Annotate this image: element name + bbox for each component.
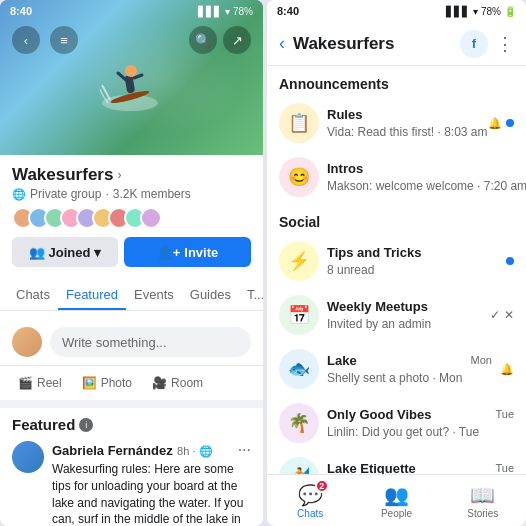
battery-left: 78% [233,6,253,17]
write-something-row: Write something... [0,319,263,366]
menu-button[interactable]: ≡ [50,26,78,54]
chats-nav-icon: 💬 2 [298,483,323,507]
chats-badge: 2 [315,479,329,493]
reel-button[interactable]: 🎬 Reel [8,370,72,396]
joined-button[interactable]: 👥 Joined ▾ [12,237,118,267]
tab-featured[interactable]: Featured [58,281,126,311]
chats-nav-label: Chats [297,508,323,519]
status-bar-right: 8:40 ▋▋▋ ▾ 78% 🔋 [267,0,526,22]
wifi-icon-right: ▾ [473,6,478,17]
stories-nav-icon: 📖 [470,483,495,507]
member-avatar [140,207,162,229]
battery-icon-right: 🔋 [504,6,516,17]
share-button[interactable]: ↗ [223,26,251,54]
list-item[interactable]: 🌴 Only Good Vibes Tue Linlin: Did you ge… [267,396,526,450]
tab-chats[interactable]: Chats [8,281,58,311]
right-panel: 8:40 ▋▋▋ ▾ 78% 🔋 ‹ Wakesurfers f ⋮ Annou… [267,0,526,526]
tab-more[interactable]: T... [239,281,263,311]
people-nav-label: People [381,508,412,519]
tabs-row: Chats Featured Events Guides T... [0,281,263,311]
chat-preview-lake: Shelly sent a photo · Mon [327,371,462,385]
chat-body-rules: Rules Vida: Read this first! · 8:03 am [327,107,480,140]
tab-events[interactable]: Events [126,281,182,311]
chat-avatar-vibes: 🌴 [279,403,319,443]
featured-section: Featured i Gabriela Fernández 8h · 🌐 ···… [0,408,263,526]
invite-label: Invite [184,245,218,260]
chat-title-row: Lake Etiquette Tue [327,461,514,475]
list-item[interactable]: 📅 Weekly Meetups Invited by an admin ✓ ✕ [267,288,526,342]
member-avatars [12,207,156,229]
chat-name-lake: Lake [327,353,357,368]
featured-author-avatar [12,441,44,473]
globe-icon: 🌐 [12,188,26,201]
chat-preview-weekly: Invited by an admin [327,317,431,331]
chat-name-etiquette: Lake Etiquette [327,461,416,475]
chat-body-vibes: Only Good Vibes Tue Linlin: Did you get … [327,407,514,440]
featured-more-button[interactable]: ··· [238,441,251,459]
chat-body-etiquette: Lake Etiquette Tue Dave: Someone smashed… [327,461,514,475]
invite-button[interactable]: 👤+ Invite [124,237,251,267]
bottom-nav-people[interactable]: 👥 People [353,483,439,519]
chat-name-weekly: Weekly Meetups [327,299,428,314]
chat-badge-tips [506,257,514,265]
group-info: Wakesurfers › 🌐 Private group · 3.2K mem… [0,155,263,281]
chat-badge-weekly: ✓ ✕ [490,308,514,322]
photo-button[interactable]: 🖼️ Photo [72,370,142,396]
user-avatar [12,327,42,357]
chat-badge-rules: 🔔 [488,117,514,130]
room-icon: 🎥 [152,376,167,390]
list-item[interactable]: ⚡ Tips and Tricks 8 unread [267,234,526,288]
signal-icon: ▋▋▋ [198,6,222,17]
members-count: 3.2K members [113,187,191,201]
unread-dot [506,257,514,265]
chat-title-row: Intros [327,161,514,176]
svg-point-3 [125,65,137,77]
back-button-right[interactable]: ‹ [279,33,285,54]
chat-preview-rules: Vida: Read this first! · 8:03 am [327,125,488,139]
info-icon[interactable]: i [79,418,93,432]
mute-icon: 🔔 [500,363,514,376]
chat-avatar-intros: 😊 [279,157,319,197]
nav-bar-left: ‹ ≡ 🔍 ↗ [0,22,263,58]
chat-title-row: Rules [327,107,480,122]
featured-card-header: Gabriela Fernández 8h · 🌐 ··· [52,441,251,459]
mute-icon: 🔔 [488,117,502,130]
search-button[interactable]: 🔍 [189,26,217,54]
status-icons-right: ▋▋▋ ▾ 78% 🔋 [446,6,516,17]
list-item[interactable]: 🏄 Lake Etiquette Tue Dave: Someone smash… [267,450,526,474]
chat-name-rules: Rules [327,107,362,122]
group-title: Wakesurfers [12,165,113,185]
list-item[interactable]: 📋 Rules Vida: Read this first! · 8:03 am… [267,96,526,150]
nav-bar-right: ‹ Wakesurfers f ⋮ [267,22,526,66]
featured-author-name: Gabriela Fernández [52,443,173,458]
write-input[interactable]: Write something... [50,327,251,357]
list-item[interactable]: 🐟 Lake Mon Shelly sent a photo · Mon 🔔 [267,342,526,396]
status-icons-left: ▋▋▋ ▾ 78% [198,6,253,17]
room-button[interactable]: 🎥 Room [142,370,213,396]
more-options-button[interactable]: ⋮ [496,33,514,55]
list-item[interactable]: 😊 Intros Makson: welcome welcome · 7:20 … [267,150,526,204]
action-buttons: 👥 Joined ▾ 👤+ Invite [12,237,251,267]
bottom-nav-chats[interactable]: 💬 2 Chats [267,483,353,519]
chat-title-row: Weekly Meetups [327,299,482,314]
chat-body-tips: Tips and Tricks 8 unread [327,245,498,278]
nav-right-icons: 🔍 ↗ [189,26,251,54]
unread-dot [506,119,514,127]
status-time-right: 8:40 [277,5,299,17]
check-icon: ✓ [490,308,500,322]
status-bar-left: 8:40 ▋▋▋ ▾ 78% [0,0,263,22]
svg-line-5 [134,75,142,78]
media-buttons: 🎬 Reel 🖼️ Photo 🎥 Room [0,366,263,408]
bottom-nav-stories[interactable]: 📖 Stories [440,483,526,519]
facebook-icon[interactable]: f [460,30,488,58]
chat-title-row: Tips and Tricks [327,245,498,260]
group-meta: 🌐 Private group · 3.2K members [12,187,251,201]
nav-actions-right: f ⋮ [460,30,514,58]
dropdown-arrow: ▾ [94,245,101,260]
social-label: Social [267,204,526,234]
back-button-left[interactable]: ‹ [12,26,40,54]
battery-right: 78% [481,6,501,17]
write-placeholder: Write something... [62,335,167,350]
chat-avatar-lake: 🐟 [279,349,319,389]
tab-guides[interactable]: Guides [182,281,239,311]
